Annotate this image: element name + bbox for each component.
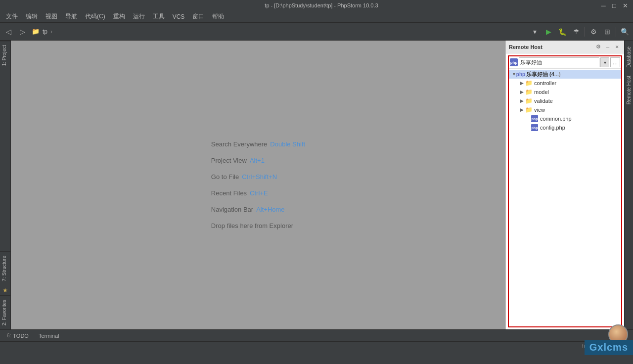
- right-vertical-tabs: Database Remote Host: [624, 41, 633, 329]
- dropdown-arrow-button[interactable]: ▾: [600, 57, 609, 67]
- drop-files-label: Drop files here from Explorer: [211, 222, 293, 229]
- menu-view[interactable]: 视图: [42, 11, 61, 22]
- recent-files-label: Recent Files: [211, 189, 247, 197]
- remote-host-content: php 乐享好油 ▾ … ▾ php 乐享好油 (4 ...): [508, 55, 622, 327]
- vtab-remote-host[interactable]: Remote Host: [625, 72, 633, 108]
- server-dropdown[interactable]: 乐享好油: [519, 57, 599, 67]
- maximize-button[interactable]: □: [610, 1, 618, 9]
- model-arrow: ▶: [519, 89, 525, 95]
- left-vtab-favorites[interactable]: 2: Favorites: [0, 295, 10, 329]
- welcome-line-3: Go to File Ctrl+Shift+N: [211, 173, 305, 181]
- vtab-database[interactable]: Database: [625, 43, 633, 72]
- panel-header-buttons: ⚙ ─ ✕: [594, 43, 621, 51]
- toolbar-separator-1: [585, 27, 585, 37]
- tree-item-model[interactable]: ▶ 📁 model: [509, 88, 621, 96]
- terminal-tab-label: Terminal: [39, 333, 59, 339]
- toolbar-search-btn[interactable]: 🔍: [618, 25, 631, 38]
- toolbar-project-name: tp: [43, 28, 47, 35]
- navigation-bar-key: Alt+Home: [256, 206, 284, 213]
- toolbar: ◁ ▷ 📁 tp › ▾ ▶ 🐛 ☂ ⚙ ⊞ 🔍: [0, 23, 633, 41]
- menu-code[interactable]: 代码(C): [81, 11, 109, 22]
- recent-files-key: Ctrl+E: [250, 189, 268, 197]
- watermark: Gxlcms: [585, 340, 633, 355]
- file-tree: ▾ php 乐享好油 (4 ...) ▶ 📁 controller ▶ 📁: [509, 69, 621, 133]
- view-arrow: ▶: [519, 107, 525, 113]
- validate-arrow: ▶: [519, 98, 525, 104]
- toolbar-coverage-btn[interactable]: ☂: [570, 25, 583, 38]
- search-everywhere-key: Double Shift: [270, 140, 305, 148]
- bottom-tab-terminal[interactable]: Terminal: [34, 330, 64, 341]
- menu-vcs[interactable]: VCS: [169, 12, 189, 21]
- left-vtab-structure[interactable]: 7: Structure: [0, 251, 10, 285]
- toolbar-run-btn[interactable]: ▶: [542, 25, 555, 38]
- window-controls: ─ □ ✕: [599, 1, 629, 9]
- toolbar-back-button[interactable]: ◁: [2, 25, 15, 38]
- tree-item-config-php[interactable]: php config.php: [509, 123, 621, 132]
- welcome-line-6: Drop files here from Explorer: [211, 222, 305, 229]
- welcome-line-2: Project View Alt+1: [211, 157, 305, 164]
- project-view-label: Project View: [211, 157, 247, 164]
- panel-hide-button[interactable]: ✕: [613, 43, 621, 51]
- toolbar-folder-icon: 📁: [32, 28, 40, 35]
- menu-edit[interactable]: 编辑: [22, 11, 42, 22]
- menu-file[interactable]: 文件: [2, 11, 22, 22]
- model-folder-icon: 📁: [525, 88, 533, 96]
- menu-run[interactable]: 运行: [129, 11, 149, 22]
- menu-navigate[interactable]: 导航: [61, 11, 81, 22]
- panel-pin-button[interactable]: ─: [604, 43, 612, 51]
- tree-item-controller[interactable]: ▶ 📁 controller: [509, 79, 621, 88]
- model-label: model: [534, 89, 549, 95]
- navigation-bar-label: Navigation Bar: [211, 206, 253, 213]
- toolbar-separator-2: [616, 27, 616, 37]
- toolbar-forward-button[interactable]: ▷: [16, 25, 29, 38]
- tree-item-common-php[interactable]: php common.php: [509, 114, 621, 123]
- minimize-button[interactable]: ─: [599, 1, 607, 9]
- left-vtab-star[interactable]: ★: [0, 285, 10, 295]
- common-php-icon: php: [531, 115, 539, 123]
- tree-root-item[interactable]: ▾ php 乐享好油 (4 ...): [509, 70, 621, 79]
- view-label: view: [534, 107, 545, 113]
- config-php-label: config.php: [540, 125, 565, 131]
- menu-window[interactable]: 窗口: [188, 11, 208, 22]
- common-php-arrow: [525, 116, 531, 122]
- menu-help[interactable]: 帮助: [208, 11, 228, 22]
- left-vtab-project[interactable]: 1: Project: [0, 41, 10, 70]
- search-everywhere-label: Search Everywhere: [211, 140, 267, 148]
- editor-area: Search Everywhere Double Shift Project V…: [11, 41, 505, 329]
- panel-gear-button[interactable]: ⚙: [594, 43, 602, 51]
- config-php-arrow: [525, 125, 531, 131]
- toolbar-dropdown-btn[interactable]: ▾: [528, 25, 541, 38]
- go-to-file-label: Go to File: [211, 173, 239, 181]
- welcome-line-5: Navigation Bar Alt+Home: [211, 206, 305, 213]
- toolbar-layout-btn[interactable]: ⊞: [601, 25, 614, 38]
- tree-root-label: 乐享好油 (4: [526, 71, 554, 78]
- statusbar: https://blog.csdn.no...: [0, 341, 633, 350]
- view-folder-icon: 📁: [525, 106, 533, 114]
- welcome-text: Search Everywhere Double Shift Project V…: [211, 140, 305, 229]
- bottom-tabs: 6: TODO Terminal: [0, 329, 633, 341]
- common-php-label: common.php: [540, 116, 572, 122]
- tree-item-validate[interactable]: ▶ 📁 validate: [509, 96, 621, 105]
- bottom-tab-todo[interactable]: 6: TODO: [2, 330, 34, 341]
- welcome-line-1: Search Everywhere Double Shift: [211, 140, 305, 148]
- welcome-line-4: Recent Files Ctrl+E: [211, 189, 305, 197]
- controller-arrow: ▶: [519, 80, 525, 86]
- toolbar-settings-btn[interactable]: ⚙: [587, 25, 600, 38]
- controller-label: controller: [534, 80, 556, 86]
- todo-tab-label: TODO: [13, 333, 29, 339]
- more-options-button[interactable]: …: [610, 57, 620, 67]
- tree-root-suffix: ...): [554, 71, 561, 77]
- tree-root-icon: php: [517, 70, 525, 78]
- tree-item-view[interactable]: ▶ 📁 view: [509, 105, 621, 114]
- toolbar-nav-sep: ›: [50, 28, 52, 35]
- controller-folder-icon: 📁: [525, 79, 533, 87]
- menu-tools[interactable]: 工具: [149, 11, 169, 22]
- menu-refactor[interactable]: 重构: [109, 11, 129, 22]
- menubar: 文件 编辑 视图 导航 代码(C) 重构 运行 工具 VCS 窗口 帮助: [0, 11, 633, 23]
- left-vtabs: 1: Project 7: Structure ★ 2: Favorites: [0, 41, 11, 329]
- validate-folder-icon: 📁: [525, 97, 533, 105]
- project-view-key: Alt+1: [250, 157, 265, 164]
- titlebar: tp - [D:\phpStudy\student\tp] - PhpStorm…: [0, 0, 633, 11]
- toolbar-debug-btn[interactable]: 🐛: [556, 25, 569, 38]
- close-button[interactable]: ✕: [621, 1, 629, 9]
